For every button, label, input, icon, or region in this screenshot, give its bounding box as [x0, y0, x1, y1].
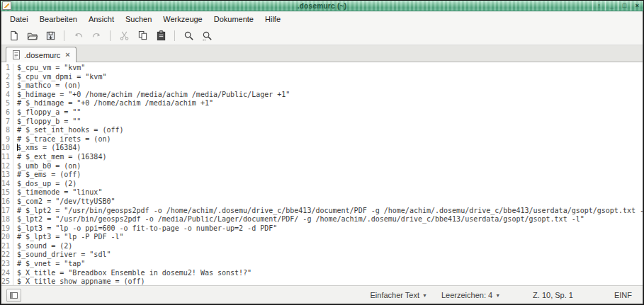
line-number: 11 [1, 153, 13, 162]
highlight-mode-dropdown[interactable]: Einfacher Text ▼ [371, 291, 427, 299]
line-number: 14 [1, 180, 13, 189]
menu-suchen[interactable]: Suchen [120, 13, 157, 25]
editor-line: 1$_cpu_vm = "kvm" [1, 64, 643, 73]
line-number: 9 [1, 135, 13, 144]
editor-line: 13# $_ems = (off) [1, 171, 643, 180]
editor-line: 4$_hdimage = "+0 /home/achim /media/achi… [1, 91, 643, 100]
paste-button[interactable] [152, 28, 170, 44]
highlight-mode-label: Einfacher Text [371, 291, 420, 299]
menu-datei[interactable]: Datei [4, 13, 34, 25]
editor-line: 23# $_vnet = "tap" [1, 260, 643, 269]
editor-line: 16$_com2 = "/dev/ttyUSB0" [1, 197, 643, 207]
find-button[interactable] [179, 28, 198, 44]
tab-bar: .dosemurc × [1, 45, 643, 62]
window-title: .dosemurc (~) [1, 2, 643, 10]
line-text: # $_hdimage = "+0 /home/achim /media/ach… [17, 99, 213, 108]
save-icon [45, 30, 56, 41]
cursor-position-label: Z. 10, Sp. 1 [533, 291, 573, 299]
replace-button[interactable] [198, 28, 216, 44]
line-text: $_xms = (16384) [17, 144, 81, 153]
menu-bearbeiten[interactable]: Bearbeiten [34, 13, 83, 25]
line-number: 3 [1, 81, 13, 91]
line-text: $_floppy_b = "" [17, 117, 81, 127]
line-text: $_mathco = (on) [17, 81, 81, 91]
line-number: 7 [1, 117, 13, 127]
tab-width-dropdown[interactable]: Leerzeichen: 4 ▼ [441, 291, 500, 299]
save-button[interactable] [41, 28, 60, 44]
statusbar: Einfacher Text ▼ Leerzeichen: 4 ▼ Z. 10,… [1, 285, 643, 304]
line-text: $_floppy_a = "" [17, 108, 81, 117]
copy-button[interactable] [133, 28, 152, 44]
line-number: 16 [1, 197, 13, 207]
editor-line: 9# $_trace_irets = (on) [1, 135, 643, 144]
line-number: 18 [1, 215, 13, 224]
line-number: 12 [1, 162, 13, 171]
line-number: 22 [1, 251, 13, 260]
line-number: 6 [1, 108, 13, 117]
line-number: 8 [1, 126, 13, 135]
editor-window: .dosemurc (~) ↑_□× DateiBearbeitenAnsich… [0, 0, 644, 305]
menu-ansicht[interactable]: Ansicht [83, 13, 120, 25]
editor-line: 20# $_lpt3 = "lp -P PDF -l" [1, 233, 643, 242]
window-controls: ↑_□× [592, 1, 643, 11]
tab-close-icon[interactable]: × [65, 51, 69, 59]
shade-button[interactable]: ↑ [592, 1, 605, 11]
statusbar-right: Einfacher Text ▼ Leerzeichen: 4 ▼ Z. 10,… [371, 291, 638, 299]
toolbar [1, 27, 643, 45]
editor-line: 24$_X_title = "Breadbox Ensemble in dose… [1, 269, 643, 278]
line-number: 5 [1, 99, 13, 108]
line-text: $_timemode = "linux" [17, 188, 102, 197]
line-text: $_sound = (2) [17, 242, 72, 251]
editor-line: 2$_cpu_vm_dpmi = "kvm" [1, 73, 643, 82]
toolbar-separator [110, 30, 111, 41]
copy-icon [137, 30, 148, 41]
line-text: $_X_title_show_appname = (off) [17, 277, 145, 285]
tab-dosemurc[interactable]: .dosemurc × [6, 47, 77, 62]
titlebar[interactable]: .dosemurc (~) ↑_□× [1, 1, 643, 11]
line-text: # $_lpt2 = "/usr/bin/geosps2pdf -o /home… [17, 207, 643, 216]
find-icon [183, 30, 194, 41]
line-number: 1 [1, 64, 13, 73]
close-button[interactable]: × [631, 1, 643, 11]
line-text: $_lpt2 = "/usr/bin/geosps2pdf -o /media/… [17, 215, 584, 224]
new-document-button[interactable] [4, 28, 23, 44]
editor-line: 12$_umb_b0 = (on) [1, 162, 643, 171]
editor-line: 18$_lpt2 = "/usr/bin/geosps2pdf -o /medi… [1, 215, 643, 224]
editor-line: 11# $_ext_mem = (16384) [1, 153, 643, 162]
editor-line: 19$_lpt3 = "lp -o ppi=600 -o fit-to-page… [1, 224, 643, 234]
tab-label: .dosemurc [24, 51, 60, 59]
menu-hilfe[interactable]: Hilfe [259, 13, 286, 25]
open-icon [27, 30, 38, 41]
line-text: $_hdimage = "+0 /home/achim /media/achim… [17, 91, 290, 100]
line-text: # $_ext_mem = (16384) [17, 153, 106, 162]
line-number: 17 [1, 207, 13, 216]
menu-werkzeuge[interactable]: Werkzeuge [157, 13, 208, 25]
menubar: DateiBearbeitenAnsichtSuchenWerkzeugeDok… [1, 11, 643, 27]
editor-line: 7$_floppy_b = "" [1, 117, 643, 127]
minimize-button[interactable]: _ [605, 1, 618, 11]
line-text: $_X_title = "Breadbox Ensemble in dosemu… [17, 269, 252, 278]
line-number: 19 [1, 224, 13, 234]
maximize-button[interactable]: □ [618, 1, 631, 11]
line-number: 21 [1, 242, 13, 251]
chevron-down-icon: ▼ [422, 293, 427, 298]
line-number: 23 [1, 260, 13, 269]
editor-line: 14$_dos_up = (2) [1, 180, 643, 189]
undo-button [69, 28, 87, 44]
line-number: 25 [1, 277, 13, 285]
text-editor-area[interactable]: 1$_cpu_vm = "kvm"2$_cpu_vm_dpmi = "kvm"3… [1, 62, 643, 285]
editor-line: 8# $_set_int_hooks = (off) [1, 126, 643, 135]
editor-line: 5# $_hdimage = "+0 /home/achim /media/ac… [1, 99, 643, 108]
editor-line: 25$_X_title_show_appname = (off) [1, 277, 643, 285]
line-text: $_dos_up = (2) [17, 180, 77, 189]
chevron-down-icon: ▼ [495, 293, 500, 298]
line-number: 20 [1, 233, 13, 242]
open-button[interactable] [23, 28, 41, 44]
side-panel-toggle-button[interactable] [6, 289, 21, 302]
redo-button [87, 28, 106, 44]
line-number: 4 [1, 91, 13, 100]
line-number: 2 [1, 73, 13, 82]
line-number: 24 [1, 269, 13, 278]
line-text: $_lpt3 = "lp -o ppi=600 -o fit-to-page -… [17, 224, 277, 234]
menu-dokumente[interactable]: Dokumente [208, 13, 259, 25]
